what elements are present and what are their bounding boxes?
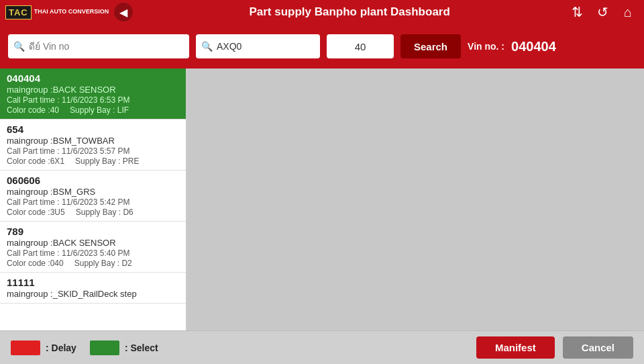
vin-search-input[interactable] [29,41,184,52]
item-maingroup: maingroup :_SKID_RailDeck step [7,289,179,299]
delay-color-box [11,340,40,355]
list-item[interactable]: 040404 maingroup :BACK SENSOR Call Part … [0,69,186,120]
home-icon: ⌂ [624,5,632,20]
item-color-code: Color code :6X1 [7,156,64,166]
vin-label: Vin no. : [468,41,504,52]
sort-icon: ⇅ [572,4,583,20]
cancel-button[interactable]: Cancel [563,336,633,359]
item-color-code: Color code :040 [7,259,64,268]
item-id: 654 [7,124,179,135]
left-panel: 040404 maingroup :BACK SENSOR Call Part … [0,69,186,364]
page-title: Part supply Banpho plant Dashboard [138,5,561,19]
number-input[interactable] [332,41,388,52]
vin-search-wrap: 🔍 [8,34,189,58]
main-content: 040404 maingroup :BACK SENSOR Call Part … [0,69,644,364]
search-icon-1: 🔍 [13,41,25,52]
item-details-row: Color code :40 Supply Bay : LIF [7,105,179,115]
search-button[interactable]: Search [400,34,461,58]
header-icons: ⇅ ↺ ⌂ [566,1,639,23]
item-maingroup: maingroup :BACK SENSOR [7,85,179,95]
item-id: 11111 [7,277,179,288]
item-supply-bay: Supply Bay : D2 [74,259,132,268]
back-button[interactable]: ◀ [114,3,133,21]
logo-area: TAC THAI AUTO CONVERSION [5,5,109,19]
item-id: 789 [7,226,179,237]
list-item[interactable]: 789 maingroup :BACK SENSOR Call Part tim… [0,222,186,273]
list-item[interactable]: 060606 maingroup :BSM_GRS Call Part time… [0,171,186,222]
item-id: 040404 [7,73,179,84]
logo-box: TAC [5,5,32,19]
right-panel [186,69,644,364]
item-supply-bay: Supply Bay : LIF [70,105,129,115]
logo-subtext: THAI AUTO CONVERSION [34,9,109,15]
axq-search-input[interactable] [217,41,315,52]
item-maingroup: maingroup :BSM_TOWBAR [7,136,179,146]
refresh-icon: ↺ [597,4,608,20]
item-maingroup: maingroup :BACK SENSOR [7,238,179,248]
axq-search-wrap: 🔍 [196,34,320,58]
item-call-time: Call Part time : 11/6/2023 5:42 PM [7,197,179,207]
select-label: : Select [125,343,158,353]
delay-label: : Delay [46,343,76,353]
item-details-row: Color code :040 Supply Bay : D2 [7,259,179,268]
item-details-row: Color code :6X1 Supply Bay : PRE [7,156,179,166]
header: TAC THAI AUTO CONVERSION ◀ Part supply B… [0,0,644,24]
item-color-code: Color code :3U5 [7,208,65,217]
list-item[interactable]: 11111 maingroup :_SKID_RailDeck step [0,273,186,304]
item-maingroup: maingroup :BSM_GRS [7,187,179,197]
delay-legend: : Delay [11,340,76,355]
item-call-time: Call Part time : 11/6/2023 5:57 PM [7,146,179,156]
footer-buttons: Manifest Cancel [476,336,633,359]
select-color-box [90,340,119,355]
item-id: 060606 [7,175,179,186]
number-input-wrap [327,34,394,58]
list-item[interactable]: 654 maingroup :BSM_TOWBAR Call Part time… [0,120,186,171]
select-legend: : Select [90,340,158,355]
item-details-row: Color code :3U5 Supply Bay : D6 [7,208,179,217]
item-color-code: Color code :40 [7,105,59,115]
item-supply-bay: Supply Bay : PRE [75,156,139,166]
search-icon-2: 🔍 [201,41,213,52]
item-call-time: Call Part time : 11/6/2023 5:40 PM [7,248,179,258]
footer: : Delay : Select Manifest Cancel [0,330,644,364]
item-supply-bay: Supply Bay : D6 [76,208,133,217]
refresh-button[interactable]: ↺ [592,1,613,23]
search-bar: 🔍 🔍 Search Vin no. : 040404 [0,24,644,69]
item-call-time: Call Part time : 11/6/2023 6:53 PM [7,95,179,105]
vin-value: 040404 [511,39,556,54]
sort-icon-button[interactable]: ⇅ [566,1,588,23]
manifest-button[interactable]: Manifest [476,336,555,359]
home-button[interactable]: ⌂ [617,1,639,23]
